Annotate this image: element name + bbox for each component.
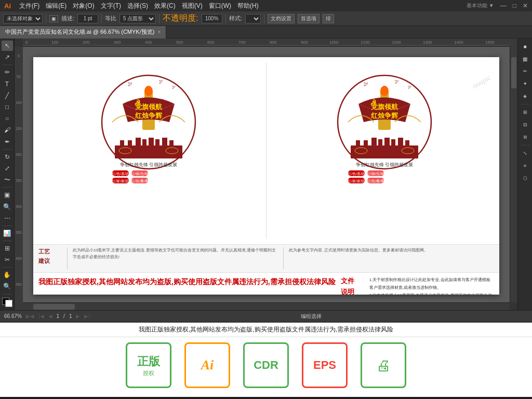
svg-text:红/色/基/因: 红/色/基/因 [112,172,129,176]
file-desc-area: 我图正版独家授权,其他网站发布均为盗版,购买使用盗版文件属违法行为,需承担侵权法… [33,273,499,295]
tool-scale[interactable]: ⤢ [2,163,13,174]
panel-layers[interactable]: ⊞ [520,107,531,118]
scrollbar-horizontal[interactable] [23,302,510,310]
menu-select[interactable]: 选择(S) [127,2,148,10]
badge-zhengban-text: 正版 [137,354,160,369]
svg-text:450: 450 [16,283,22,286]
svg-rect-0 [23,38,510,46]
doc-settings-btn[interactable]: 文档设置 [268,14,295,23]
main-layout: ↖ ↗ ✏ T ╱ □ ○ 🖌 ✒ ↻ ⤢ 〜 ▣ 🔍 ⋯ 📊 ⊞ ✂ ✋ 🔍 [0,38,532,310]
tool-select[interactable]: ↖ [2,41,13,51]
tool-brush[interactable]: 🖌 [2,125,13,135]
tool-rotate[interactable]: ↻ [2,152,13,162]
scrollbar-vertical[interactable] [510,47,517,302]
svg-text:红/色/基/因: 红/色/基/因 [348,172,365,176]
arrange-btn[interactable]: 排 [323,14,334,23]
fill-stroke-indicator[interactable] [2,298,12,307]
svg-text:🕊: 🕊 [172,85,176,89]
svg-text:争创红烛先锋 引领跨越发展: 争创红烛先锋 引领跨越发展 [355,162,413,167]
svg-text:100: 100 [51,40,59,45]
panel-brushes[interactable]: ✏ [520,65,531,77]
panel-graphic-styles[interactable]: ◈ [520,90,531,102]
menu-view[interactable]: 视图(V) [182,2,203,10]
menu-effect[interactable]: 效果(C) [154,2,176,10]
craft-content-right: 此为参考文字内容, 正式使用时请更换为实际信息。更多素材请访问我图网。 [289,247,494,270]
svg-text:0: 0 [25,40,28,45]
scrollbar-thumb-h[interactable] [33,304,75,310]
svg-text:🕊: 🕊 [128,82,132,87]
stroke-input[interactable] [77,14,98,23]
canvas-main[interactable]: 党旗领航 红烛争辉 ☭ 🕊 🕊 🕊 [23,47,517,310]
svg-rect-36 [155,139,159,145]
svg-rect-67 [398,138,403,145]
minimize-btn[interactable]: — [500,2,507,9]
svg-text:400: 400 [145,40,152,45]
panel-colors[interactable]: ■ [520,41,531,52]
bottom-section: 我图正版独家授权,其他网站发布均为盗版,购买使用盗版文件属违法行为,需承担侵权法… [0,322,532,397]
menu-text[interactable]: 文字(T) [101,2,121,10]
panel-transform[interactable]: ⤡ [520,148,531,159]
desc-item-1: 1.关于材质制作格比设计让此处加专业,会此如请将与客户开通模板客户需求选择材质,… [369,276,494,291]
svg-rect-37 [162,138,167,145]
panel-artboards[interactable]: ⊟ [520,119,531,130]
menu-edit[interactable]: 编辑(E) [46,2,66,10]
craft-divider [67,247,68,270]
tool-hand[interactable]: ✋ [2,270,13,280]
svg-text:350: 350 [16,231,22,234]
svg-text:1300: 1300 [423,40,432,45]
panel-symbols[interactable]: ✦ [520,78,531,89]
svg-text:300: 300 [114,40,121,45]
style-select[interactable] [245,14,261,23]
badge-print-icon: 🖨 [376,357,391,374]
svg-text:🕊: 🕊 [159,79,163,84]
tool-pencil[interactable]: ✒ [2,137,13,147]
tool-gradient[interactable]: ▣ [2,190,13,200]
select-dropdown[interactable]: 未选择对象 [3,14,43,23]
tool-pen[interactable]: ✏ [2,67,13,77]
svg-text:1100: 1100 [361,40,370,45]
craft-content: 此为样品小10毫米字,主要语义主题相连,更细等效文字也可能合改变文例的问题。并无… [73,247,278,270]
tool-direct-select[interactable]: ↗ [2,52,13,62]
ruler-horizontal: 0 100 200 300 400 500 600 700 800 900 10… [23,38,510,47]
tool-line[interactable]: ╱ [2,90,13,101]
tool-eyedropper[interactable]: 🔍 [2,201,13,211]
tool-artboard[interactable]: ⊞ [2,243,13,254]
badge-eps-text: EPS [313,358,336,372]
svg-text:🕊: 🕊 [408,85,411,89]
preferences-btn[interactable]: 首选项 [298,14,320,23]
tool-zoom[interactable]: 🔍 [2,281,13,291]
panel-pathfinder[interactable]: ⬡ [520,172,531,184]
menu-file[interactable]: 文件(F) [19,2,39,10]
svg-text:500: 500 [176,40,183,45]
svg-text:红/烛/先/锋: 红/烛/先/锋 [367,172,384,176]
opacity-input[interactable] [202,14,222,23]
menu-window[interactable]: 窗口(W) [209,2,231,10]
tool-slice[interactable]: ✂ [2,255,13,265]
close-btn[interactable]: ✕ [523,2,528,9]
svg-text:☭: ☭ [370,98,377,107]
tool-ellipse[interactable]: ○ [2,113,13,124]
brush-select[interactable]: 5 点圆形 [119,14,156,23]
svg-point-43 [144,86,153,96]
craft-divider2 [283,247,284,270]
mode-icon[interactable]: ▣ [49,15,58,22]
panel-links[interactable]: ⛓ [520,131,531,143]
tool-graph[interactable]: 📊 [2,228,13,238]
stroke-label: 描述: [61,15,74,22]
scrollbar-thumb-v[interactable] [511,57,516,88]
svg-text:争创红烛先锋 引领跨越发展: 争创红烛先锋 引领跨越发展 [119,162,177,167]
panel-align[interactable]: ≡ [520,160,531,171]
tool-text[interactable]: T [2,79,13,89]
menu-help[interactable]: 帮助(H) [237,2,259,10]
tab-close-btn[interactable]: × [157,29,161,35]
document-tab[interactable]: 中国共产党党员应知名词文化墙.ai @ 66.67% (CMYK/预览) × [0,26,166,38]
restore-btn[interactable]: □ [513,2,516,9]
panel-swatches[interactable]: ▦ [520,53,531,64]
ruler-vertical: 0 50 100 150 200 250 300 350 400 450 [15,47,23,310]
zoom-level: 66.67% [4,313,22,319]
svg-rect-63 [371,138,377,145]
menu-object[interactable]: 对象(O) [73,2,94,10]
tool-rect[interactable]: □ [2,102,13,112]
tool-blend[interactable]: ⋯ [2,213,13,223]
tool-warp[interactable]: 〜 [2,175,13,185]
